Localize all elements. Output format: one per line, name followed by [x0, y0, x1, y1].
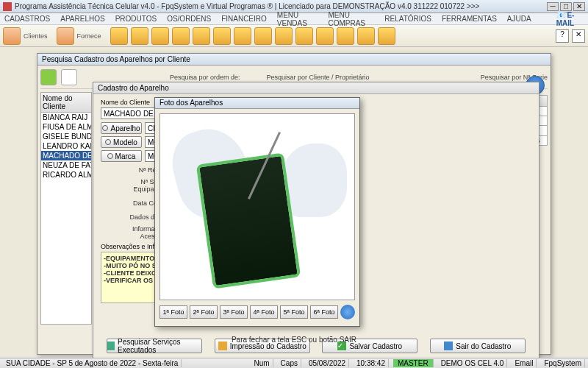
status-sys: FpqSystem: [541, 359, 585, 367]
photo-dialog-title: Foto dos Aparelhos: [155, 98, 359, 109]
main-toolbar: Clientes Fornece ? ✕: [0, 25, 588, 47]
toolbar-icon[interactable]: [357, 27, 375, 45]
search-icon: [107, 153, 113, 159]
photo-preview: [159, 113, 355, 300]
statusbar: SUA CIDADE - SP 5 de Agosto de 2022 - Se…: [0, 358, 588, 368]
email-link[interactable]: 📧 E-MAIL: [556, 11, 584, 27]
register-title: Cadastro do Aparelho: [93, 82, 539, 94]
toolbar-help[interactable]: ?: [556, 29, 569, 43]
foto-5-button[interactable]: 5ª Foto: [280, 305, 308, 319]
status-time: 10:38:42: [354, 359, 389, 367]
toolbar-icon[interactable]: [275, 27, 293, 45]
minimize-button[interactable]: ─: [547, 2, 559, 11]
toolbar-icon[interactable]: [316, 27, 334, 45]
main-area: Pesquisa Cadastro dos Aparelhos por Clie…: [0, 47, 588, 356]
list-item[interactable]: NEUZA DE FATIM: [41, 160, 91, 170]
client-list-header: Nome do Cliente: [41, 93, 91, 113]
modelo-lookup-button[interactable]: Modelo: [101, 136, 142, 148]
foto-4-button[interactable]: 4ª Foto: [250, 305, 278, 319]
toolbar-icon[interactable]: [193, 27, 210, 45]
menu-vendas[interactable]: MENU VENDAS: [277, 11, 318, 27]
menu-compras[interactable]: MENU COMPRAS: [328, 11, 374, 27]
menu-os[interactable]: OS/ORDENS: [167, 15, 211, 23]
foto-6-button[interactable]: 6ª Foto: [310, 305, 338, 319]
app-icon: [3, 2, 12, 11]
list-item[interactable]: BIANCA RAIJ: [41, 113, 91, 122]
list-item-selected[interactable]: MACHADO DE A: [41, 151, 91, 160]
toolbar-icon[interactable]: [234, 27, 251, 45]
list-item[interactable]: FIUSA DE ALMEID: [41, 122, 91, 132]
menu-aparelhos[interactable]: APARELHOS: [60, 15, 104, 23]
toolbar-exit[interactable]: ✕: [572, 29, 585, 43]
toolbar-fornece-icon[interactable]: [57, 27, 74, 45]
window-title: Programa Assistência Técnica Celular v4.…: [15, 2, 547, 10]
menu-produtos[interactable]: PRODUTOS: [115, 15, 157, 23]
status-num: Num: [251, 359, 273, 367]
foto-2-button[interactable]: 2ª Foto: [190, 305, 218, 319]
foto-3-button[interactable]: 3ª Foto: [220, 305, 248, 319]
photo-dialog: Foto dos Aparelhos 1ª Foto 2ª Foto 3ª Fo…: [154, 97, 360, 327]
toolbar-clientes-label: Clientes: [24, 32, 48, 40]
toolbar-clientes-icon[interactable]: [3, 27, 21, 45]
footer-message: Para fechar a tela ESC ou botão SAIR: [37, 336, 551, 344]
toolbar-icon[interactable]: [295, 27, 313, 45]
close-button[interactable]: ✕: [573, 2, 585, 11]
toolbar-icon[interactable]: [254, 27, 272, 45]
menu-financeiro[interactable]: FINANCEIRO: [221, 15, 267, 23]
status-email[interactable]: Email: [512, 359, 537, 367]
search-icon: [102, 125, 108, 131]
toolbar-icon[interactable]: [213, 27, 231, 45]
status-demo: DEMO OS CEL 4.0: [438, 359, 508, 367]
toolbar-icon[interactable]: [151, 27, 169, 45]
list-item[interactable]: LEANDRO KARNA: [41, 141, 91, 151]
status-caps: Caps: [278, 359, 301, 367]
search-order-label: Pesquisa por ordem de:: [170, 74, 240, 81]
toolbar-icon[interactable]: [337, 27, 354, 45]
toolbar-icon[interactable]: [378, 27, 395, 45]
status-date: 05/08/2022: [306, 359, 349, 367]
toolbar-icon[interactable]: [131, 27, 148, 45]
next-photo-button[interactable]: [340, 305, 355, 319]
search-icon: [105, 139, 111, 145]
menu-ferramentas[interactable]: FERRAMENTAS: [442, 15, 497, 23]
list-item[interactable]: RICARDO ALMEID: [41, 170, 91, 180]
repair-image: [196, 152, 301, 289]
foto-1-button[interactable]: 1ª Foto: [159, 305, 187, 319]
aparelho-lookup-button[interactable]: Aparelho: [101, 122, 142, 134]
search-window-title: Pesquisa Cadastro dos Aparelhos por Clie…: [37, 54, 551, 66]
status-location: SUA CIDADE - SP 5 de Agosto de 2022 - Se…: [3, 359, 182, 367]
add-button[interactable]: [40, 69, 57, 85]
menu-cadastros[interactable]: CADASTROS: [4, 15, 50, 23]
menu-relatorios[interactable]: RELATÓRIOS: [384, 15, 431, 23]
maximize-button[interactable]: □: [560, 2, 572, 11]
menu-ajuda[interactable]: AJUDA: [507, 15, 531, 23]
search-client-label: Pesquisar por Cliente / Proprietário: [267, 74, 370, 81]
status-master: MASTER: [393, 359, 434, 367]
toolbar-fornece-label: Fornece: [77, 32, 101, 40]
edit-button[interactable]: [61, 69, 77, 85]
main-menu: CADASTROS APARELHOS PRODUTOS OS/ORDENS F…: [0, 13, 588, 25]
list-item[interactable]: GISELE BUNDCH: [41, 132, 91, 141]
toolbar-icon[interactable]: [110, 27, 128, 45]
toolbar-icon[interactable]: [172, 27, 190, 45]
marca-lookup-button[interactable]: Marca: [101, 150, 142, 162]
client-list[interactable]: Nome do Cliente BIANCA RAIJ FIUSA DE ALM…: [40, 92, 92, 325]
